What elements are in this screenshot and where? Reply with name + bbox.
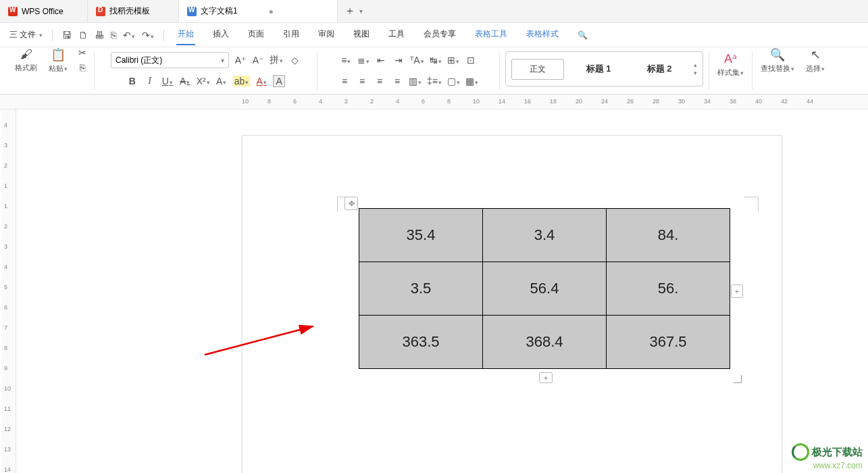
menu-tools[interactable]: 工具 bbox=[387, 24, 406, 45]
menu-insert[interactable]: 插入 bbox=[211, 24, 230, 45]
format-painter-button[interactable]: 🖌格式刷 bbox=[12, 47, 40, 73]
text-effect-button[interactable]: A▾ bbox=[215, 76, 228, 86]
align-left-icon[interactable]: ≡ bbox=[338, 76, 351, 86]
search-icon[interactable]: 🔍 bbox=[578, 30, 588, 40]
doc-icon bbox=[187, 7, 197, 16]
new-tab-button[interactable]: ＋▾ bbox=[338, 0, 369, 22]
menu-member[interactable]: 会员专享 bbox=[422, 24, 457, 45]
save-icon[interactable]: 🖫 bbox=[62, 30, 72, 41]
template-icon bbox=[96, 7, 105, 16]
find-replace-button[interactable]: 🔍查找替换▾ bbox=[758, 47, 797, 74]
style-gallery[interactable]: 正文 标题 1 标题 2 ▴▾ bbox=[505, 51, 703, 86]
bullet-list-icon[interactable]: ≡▾ bbox=[340, 55, 352, 66]
align-right-icon[interactable]: ≡ bbox=[374, 76, 386, 86]
styleset-button[interactable]: Aᵃ样式集▾ bbox=[715, 51, 746, 78]
menu-table-tools[interactable]: 表格工具 bbox=[474, 24, 509, 45]
print-icon[interactable]: 🖶 bbox=[95, 30, 104, 41]
table-cell[interactable]: 3.4 bbox=[483, 209, 607, 262]
table-cell[interactable]: 368.4 bbox=[483, 316, 607, 369]
file-menu[interactable]: 三 文件 ▾ bbox=[5, 29, 47, 41]
app-tab-wps[interactable]: WPS Office bbox=[0, 0, 88, 22]
table-cell[interactable]: 84. bbox=[607, 209, 730, 262]
distribute-icon[interactable]: ▥▾ bbox=[409, 76, 422, 86]
bold-button[interactable]: B bbox=[126, 76, 138, 86]
line-spacing-icon[interactable]: ‡≡▾ bbox=[427, 76, 442, 86]
decrease-indent-icon[interactable]: ⇤ bbox=[375, 55, 387, 66]
text-direction-icon[interactable]: ᵀA▾ bbox=[410, 55, 424, 66]
add-row-handle[interactable]: + bbox=[539, 372, 553, 383]
sort-icon[interactable]: ↹▾ bbox=[430, 55, 442, 66]
table-cell[interactable]: 35.4 bbox=[359, 209, 483, 262]
undo-icon[interactable]: ↶▾ bbox=[123, 30, 135, 41]
app-tab-template[interactable]: 找稻壳模板 bbox=[88, 0, 179, 22]
copy-icon[interactable]: ⎘ bbox=[76, 62, 88, 73]
styleset-icon: Aᵃ bbox=[724, 51, 737, 66]
vertical-ruler[interactable]: 43211234567891011121314 bbox=[1, 109, 16, 473]
font-color-button[interactable]: A▾ bbox=[255, 76, 267, 86]
decrease-font-icon[interactable]: A⁻ bbox=[252, 55, 264, 66]
doc-tab-label: 文字文稿1 bbox=[201, 5, 238, 17]
style-heading2[interactable]: 标题 2 bbox=[633, 58, 686, 80]
menu-items: 开始 插入 页面 引用 审阅 视图 工具 会员专享 表格工具 表格样式 bbox=[176, 24, 560, 45]
style-heading1[interactable]: 标题 1 bbox=[572, 58, 625, 80]
menu-start[interactable]: 开始 bbox=[176, 24, 195, 45]
borders-icon[interactable]: ▦▾ bbox=[465, 76, 478, 86]
menu-reference[interactable]: 引用 bbox=[282, 24, 301, 45]
show-marks-icon[interactable]: ⊡ bbox=[465, 55, 477, 66]
style-scroll[interactable]: ▴▾ bbox=[694, 61, 697, 76]
table-cell[interactable]: 363.5 bbox=[359, 316, 483, 369]
data-table[interactable]: 35.4 3.4 84. 3.5 56.4 56. 363.5 368.4 36… bbox=[359, 208, 730, 369]
quick-access-toolbar: 🖫 🗋 🖶 ⎘ ↶▾ ↷▾ bbox=[58, 30, 158, 41]
margin-corner-tr bbox=[744, 197, 759, 211]
menu-table-style[interactable]: 表格样式 bbox=[525, 24, 560, 45]
italic-button[interactable]: I bbox=[144, 76, 156, 86]
number-list-icon[interactable]: ≣▾ bbox=[357, 55, 369, 66]
underline-button[interactable]: U▾ bbox=[161, 76, 174, 86]
change-case-icon[interactable]: 拼▾ bbox=[270, 54, 283, 66]
menu-page[interactable]: 页面 bbox=[247, 24, 265, 45]
style-normal[interactable]: 正文 bbox=[511, 59, 564, 80]
app-tab-document[interactable]: 文字文稿1 ● bbox=[179, 0, 338, 22]
table-move-handle[interactable]: ✥ bbox=[344, 197, 358, 210]
increase-font-icon[interactable]: A⁺ bbox=[234, 55, 247, 66]
highlight-button[interactable]: ab▾ bbox=[233, 76, 251, 86]
paste-button[interactable]: 📋粘贴▾ bbox=[45, 47, 71, 74]
table-cell[interactable]: 56. bbox=[607, 262, 730, 316]
font-family-select[interactable]: Calibri (正文) ▾ bbox=[111, 52, 229, 68]
add-column-handle[interactable]: + bbox=[731, 284, 743, 298]
table-cell[interactable]: 3.5 bbox=[359, 262, 483, 316]
divider bbox=[163, 29, 164, 41]
strikethrough-button[interactable]: A▾ bbox=[179, 76, 191, 86]
shading-icon[interactable]: ▢▾ bbox=[447, 76, 460, 86]
chevron-down-icon: ▾ bbox=[39, 32, 43, 39]
table-cell[interactable]: 56.4 bbox=[483, 262, 607, 316]
superscript-button[interactable]: X²▾ bbox=[197, 76, 210, 86]
styleset-group: Aᵃ样式集▾ bbox=[709, 51, 752, 90]
editing-group: 🔍查找替换▾ ↖选择▾ bbox=[752, 51, 834, 90]
align-justify-icon[interactable]: ≡ bbox=[391, 76, 403, 86]
print-preview-icon[interactable]: 🗋 bbox=[78, 30, 88, 41]
char-shading-button[interactable]: A bbox=[273, 75, 285, 87]
table-row: 35.4 3.4 84. bbox=[359, 209, 730, 262]
align-center-icon[interactable]: ≡ bbox=[356, 76, 368, 86]
paste-icon: 📋 bbox=[51, 47, 66, 62]
menu-review[interactable]: 审阅 bbox=[317, 24, 336, 45]
increase-indent-icon[interactable]: ⇥ bbox=[392, 55, 405, 66]
table-resize-handle[interactable] bbox=[734, 375, 742, 383]
wps-icon bbox=[8, 7, 18, 16]
modified-indicator: ● bbox=[269, 7, 274, 16]
tabs-icon[interactable]: ⊞▾ bbox=[447, 55, 459, 66]
file-menu-label: 三 文件 bbox=[9, 29, 36, 41]
clipboard-group: 🖌格式刷 📋粘贴▾ ✂ ⎘ bbox=[7, 51, 95, 90]
redo-icon[interactable]: ↷▾ bbox=[142, 30, 154, 41]
table-row: 363.5 368.4 367.5 bbox=[359, 316, 730, 369]
menu-view[interactable]: 视图 bbox=[352, 24, 371, 45]
clear-format-icon[interactable]: ◇ bbox=[288, 55, 301, 66]
select-button[interactable]: ↖选择▾ bbox=[802, 47, 828, 74]
logo-swirl-icon bbox=[792, 443, 809, 461]
table-cell[interactable]: 367.5 bbox=[607, 316, 730, 369]
plus-icon: ＋ bbox=[344, 4, 355, 18]
horizontal-ruler[interactable]: 10864224681014161820242628303438404244 bbox=[0, 95, 868, 109]
cut-icon[interactable]: ✂ bbox=[76, 47, 88, 58]
more-icon[interactable]: ⎘ bbox=[111, 30, 116, 41]
